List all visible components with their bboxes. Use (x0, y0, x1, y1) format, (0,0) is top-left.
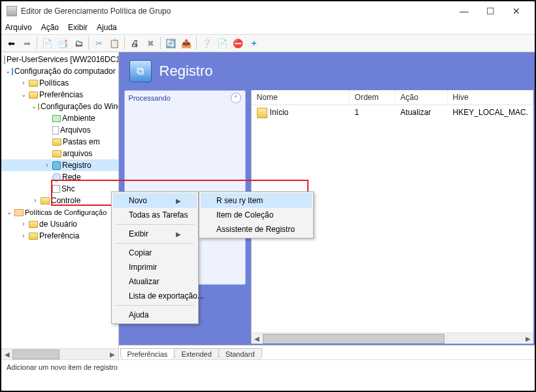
cut-icon[interactable]: ✂ (92, 36, 106, 50)
tree-label: Pastas em (63, 136, 100, 148)
ctx-label: R seu ry Item (216, 196, 263, 205)
maximize-button[interactable]: ☐ (477, 3, 503, 19)
menu-acao[interactable]: Ação (41, 23, 59, 32)
scroll-track[interactable] (12, 350, 107, 359)
scroll-track[interactable] (263, 334, 522, 344)
tree-h-scrollbar[interactable]: ◀ ▶ (1, 348, 118, 359)
tab-standard[interactable]: Standard (218, 348, 262, 359)
chevron-up-icon[interactable]: ˄ (231, 93, 241, 103)
help-icon[interactable]: ❔ (199, 36, 214, 50)
delete-icon[interactable]: ✖ (143, 36, 158, 50)
refresh-icon[interactable]: 🔄 (163, 36, 178, 50)
up-icon[interactable]: 📄 (40, 36, 54, 50)
tree-ambiente[interactable]: Ambiente (1, 112, 118, 124)
tree-preferencia2[interactable]: › Preferência (1, 230, 118, 242)
col-ordem[interactable]: Ordem (350, 90, 395, 105)
submenu-arrow-icon: ▶ (176, 197, 181, 204)
col-acao[interactable]: Ação (395, 90, 448, 105)
status-text: Adicionar um novo item de registro (7, 363, 118, 371)
expand-icon[interactable]: › (20, 77, 27, 89)
ctx-registry-wizard[interactable]: Assistente de Registro (201, 222, 312, 237)
scroll-thumb[interactable] (263, 334, 444, 344)
show-hide-icon[interactable]: 📑 (56, 36, 70, 50)
tree-preferencias[interactable]: ⌄ Preferências (1, 89, 118, 101)
col-hive[interactable]: Hive (448, 90, 533, 105)
network-icon (52, 173, 61, 182)
tree-arquivos2[interactable]: arquivos (1, 148, 118, 159)
ctx-registry-item[interactable]: R seu ry Item (201, 193, 312, 208)
ctx-imprimir[interactable]: Imprimir (113, 260, 197, 274)
context-submenu[interactable]: R seu ry Item Item de Coleção Assistente… (199, 191, 314, 238)
tree-computer-config[interactable]: ⌄ Configuração do computador (1, 65, 118, 77)
tree-label: Políticas (39, 77, 69, 89)
tree-registro[interactable]: › Registro (1, 159, 118, 171)
tree-label: Rede (62, 171, 81, 183)
export-icon[interactable]: 📤 (179, 36, 193, 50)
properties-icon[interactable]: 📄 (215, 36, 229, 50)
collapse-icon[interactable]: ⌄ (31, 101, 37, 112)
folder-icon (29, 221, 38, 228)
expand-icon[interactable]: › (20, 230, 27, 242)
menu-exibir[interactable]: Exibir (68, 23, 88, 32)
ctx-atualizar[interactable]: Atualizar (113, 274, 197, 289)
print-icon[interactable]: 🖨 (127, 36, 142, 50)
back-icon[interactable]: ⬅ (4, 36, 18, 50)
options-icon[interactable]: 🗂 (71, 36, 86, 50)
scroll-thumb[interactable] (12, 350, 59, 359)
tree[interactable]: Per-UserServices [WW2016DC1. ⌄ Configura… (1, 52, 118, 243)
tree-root[interactable]: Per-UserServices [WW2016DC1. (1, 54, 118, 65)
scroll-right-icon[interactable]: ▶ (107, 350, 118, 359)
ctx-ajuda[interactable]: Ajuda (113, 308, 197, 322)
tree-label: Configuração do computador (14, 65, 116, 77)
close-button[interactable]: ✕ (503, 3, 529, 19)
menu-ajuda[interactable]: Ajuda (97, 23, 117, 32)
registry-large-icon: ⧉ (129, 60, 152, 82)
tab-extended[interactable]: Extended (174, 348, 218, 359)
cell-nome: Início (252, 106, 350, 120)
tab-preferencias[interactable]: Preferências (120, 348, 175, 359)
tree-politicas[interactable]: › Políticas (1, 77, 118, 89)
scroll-left-icon[interactable]: ◀ (252, 334, 263, 344)
ctx-copiar[interactable]: Copiar (113, 246, 197, 260)
tree-label: Configurações do Windows (41, 101, 119, 112)
folder-icon (29, 233, 38, 240)
tree-pastas[interactable]: Pastas em (1, 136, 118, 148)
separator (37, 37, 37, 50)
policy-icon (4, 56, 5, 64)
collapse-icon[interactable]: ⌄ (20, 89, 27, 101)
tree-shc[interactable]: Shc (1, 183, 118, 195)
tree-controle[interactable]: › Controle (1, 195, 118, 206)
minimize-button[interactable]: — (451, 3, 477, 19)
context-menu[interactable]: Novo ▶ Todas as Tarefas ▶ Exibir ▶ Copia… (111, 191, 199, 324)
copy-icon[interactable]: 📋 (107, 36, 122, 50)
collapse-icon[interactable]: ⌄ (5, 65, 10, 77)
ctx-exibir[interactable]: Exibir ▶ (113, 227, 197, 241)
title-bar: Editor de Gerenciamento Política de Grup… (1, 1, 535, 21)
scroll-left-icon[interactable]: ◀ (1, 350, 12, 359)
add-icon[interactable]: ＋ (246, 36, 261, 50)
cell-ordem: 1 (350, 106, 395, 120)
panel-header[interactable]: Processando ˄ (125, 91, 245, 105)
ctx-exportar[interactable]: Lista de exportação... (113, 289, 197, 303)
tree-user-config[interactable]: ⌄ Políticas de Configuração (1, 206, 118, 218)
ctx-todas-tarefas[interactable]: Todas as Tarefas ▶ (113, 208, 197, 222)
list-h-scrollbar[interactable]: ◀ ▶ (252, 333, 533, 344)
expand-icon[interactable]: › (43, 159, 51, 171)
collapse-icon[interactable]: ⌄ (5, 206, 13, 218)
tree-config-windows[interactable]: ⌄ Configurações do Windows (1, 101, 118, 112)
menu-arquivo[interactable]: Arquivo (5, 23, 32, 32)
ctx-novo[interactable]: Novo ▶ (113, 193, 197, 208)
stop-icon[interactable]: ⛔ (231, 36, 245, 50)
col-nome[interactable]: Nome (252, 90, 350, 105)
expand-icon[interactable]: › (31, 195, 39, 206)
expand-icon[interactable]: › (20, 218, 27, 230)
tree-arquivos[interactable]: Arquivos (1, 124, 118, 136)
ctx-collection-item[interactable]: Item de Coleção (201, 208, 312, 222)
tree-de-usuario[interactable]: › de Usuário (1, 218, 118, 230)
shortcut-icon (52, 185, 60, 193)
forward-icon[interactable]: ➡ (20, 36, 34, 50)
tree-rede[interactable]: Rede (1, 171, 118, 183)
list-row[interactable]: Início 1 Atualizar HKEY_LOCAL_MAC. (252, 105, 533, 121)
scroll-right-icon[interactable]: ▶ (522, 334, 533, 344)
tree-label: Preferências (39, 89, 83, 101)
